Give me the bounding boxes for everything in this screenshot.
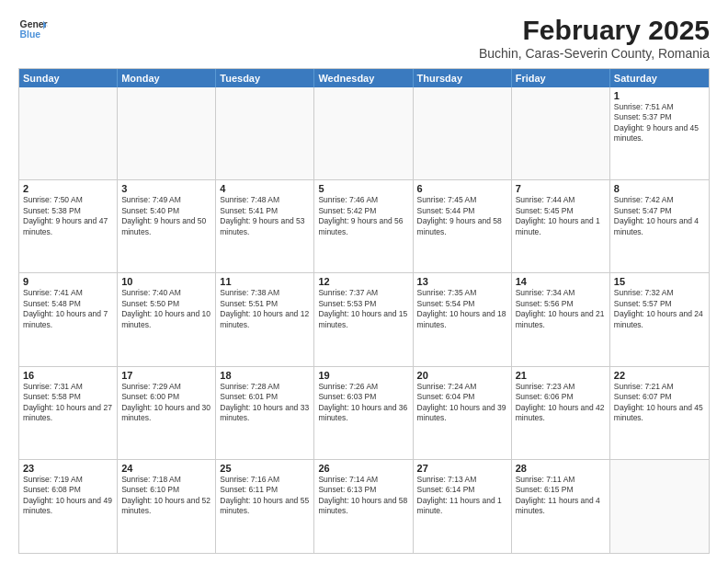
- day-number: 18: [220, 370, 310, 381]
- calendar-cell: 19Sunrise: 7:26 AM Sunset: 6:03 PM Dayli…: [314, 367, 413, 459]
- calendar-cell: 28Sunrise: 7:11 AM Sunset: 6:15 PM Dayli…: [512, 460, 610, 553]
- calendar-cell: 21Sunrise: 7:23 AM Sunset: 6:06 PM Dayli…: [512, 367, 610, 459]
- title-block: February 2025 Buchin, Caras-Severin Coun…: [479, 15, 710, 61]
- day-number: 23: [23, 463, 113, 474]
- cell-info: Sunrise: 7:44 AM Sunset: 5:45 PM Dayligh…: [516, 195, 606, 237]
- day-number: 20: [417, 370, 507, 381]
- day-number: 17: [121, 370, 211, 381]
- calendar-cell: 26Sunrise: 7:14 AM Sunset: 6:13 PM Dayli…: [314, 460, 413, 553]
- day-number: 21: [516, 370, 606, 381]
- day-number: 22: [614, 370, 705, 381]
- day-number: 1: [614, 90, 705, 101]
- calendar-cell: [414, 87, 512, 179]
- logo-icon: General Blue: [18, 15, 48, 44]
- cell-info: Sunrise: 7:11 AM Sunset: 6:15 PM Dayligh…: [516, 475, 606, 517]
- calendar-row-4: 23Sunrise: 7:19 AM Sunset: 6:08 PM Dayli…: [19, 460, 709, 553]
- calendar-cell: 22Sunrise: 7:21 AM Sunset: 6:07 PM Dayli…: [610, 367, 709, 459]
- month-year: February 2025: [479, 15, 710, 46]
- calendar-cell: 25Sunrise: 7:16 AM Sunset: 6:11 PM Dayli…: [216, 460, 314, 553]
- logo: General Blue: [18, 15, 48, 44]
- calendar-cell: 16Sunrise: 7:31 AM Sunset: 5:58 PM Dayli…: [19, 367, 118, 459]
- day-number: 26: [318, 463, 408, 474]
- cell-info: Sunrise: 7:50 AM Sunset: 5:38 PM Dayligh…: [23, 195, 113, 237]
- day-number: 14: [516, 276, 606, 287]
- svg-text:Blue: Blue: [20, 29, 41, 40]
- day-number: 3: [121, 183, 211, 194]
- cell-info: Sunrise: 7:41 AM Sunset: 5:48 PM Dayligh…: [23, 288, 113, 330]
- calendar-cell: 23Sunrise: 7:19 AM Sunset: 6:08 PM Dayli…: [19, 460, 118, 553]
- cell-info: Sunrise: 7:23 AM Sunset: 6:06 PM Dayligh…: [516, 382, 606, 424]
- cell-info: Sunrise: 7:48 AM Sunset: 5:41 PM Dayligh…: [220, 195, 310, 237]
- weekday-header-tuesday: Tuesday: [216, 69, 314, 87]
- calendar-cell: 8Sunrise: 7:42 AM Sunset: 5:47 PM Daylig…: [610, 180, 709, 272]
- calendar-cell: 18Sunrise: 7:28 AM Sunset: 6:01 PM Dayli…: [216, 367, 314, 459]
- cell-info: Sunrise: 7:32 AM Sunset: 5:57 PM Dayligh…: [614, 288, 705, 330]
- calendar-cell: [216, 87, 314, 179]
- day-number: 15: [614, 276, 705, 287]
- calendar-cell: 20Sunrise: 7:24 AM Sunset: 6:04 PM Dayli…: [414, 367, 512, 459]
- cell-info: Sunrise: 7:49 AM Sunset: 5:40 PM Dayligh…: [121, 195, 211, 237]
- cell-info: Sunrise: 7:21 AM Sunset: 6:07 PM Dayligh…: [614, 382, 705, 424]
- day-number: 13: [417, 276, 507, 287]
- calendar-cell: [314, 87, 413, 179]
- weekday-header-friday: Friday: [512, 69, 610, 87]
- cell-info: Sunrise: 7:14 AM Sunset: 6:13 PM Dayligh…: [318, 475, 408, 517]
- calendar-row-2: 9Sunrise: 7:41 AM Sunset: 5:48 PM Daylig…: [19, 273, 709, 366]
- day-number: 12: [318, 276, 408, 287]
- calendar-cell: 12Sunrise: 7:37 AM Sunset: 5:53 PM Dayli…: [314, 273, 413, 365]
- header: General Blue February 2025 Buchin, Caras…: [18, 15, 710, 61]
- calendar-cell: 13Sunrise: 7:35 AM Sunset: 5:54 PM Dayli…: [414, 273, 512, 365]
- weekday-header-saturday: Saturday: [610, 69, 709, 87]
- cell-info: Sunrise: 7:18 AM Sunset: 6:10 PM Dayligh…: [121, 475, 211, 517]
- day-number: 27: [417, 463, 507, 474]
- day-number: 25: [220, 463, 310, 474]
- cell-info: Sunrise: 7:29 AM Sunset: 6:00 PM Dayligh…: [121, 382, 211, 424]
- day-number: 28: [516, 463, 606, 474]
- day-number: 8: [614, 183, 705, 194]
- calendar-cell: 6Sunrise: 7:45 AM Sunset: 5:44 PM Daylig…: [414, 180, 512, 272]
- calendar-row-0: 1Sunrise: 7:51 AM Sunset: 5:37 PM Daylig…: [19, 87, 709, 180]
- cell-info: Sunrise: 7:45 AM Sunset: 5:44 PM Dayligh…: [417, 195, 507, 237]
- cell-info: Sunrise: 7:28 AM Sunset: 6:01 PM Dayligh…: [220, 382, 310, 424]
- calendar-cell: 1Sunrise: 7:51 AM Sunset: 5:37 PM Daylig…: [610, 87, 709, 179]
- weekday-header-sunday: Sunday: [19, 69, 118, 87]
- cell-info: Sunrise: 7:38 AM Sunset: 5:51 PM Dayligh…: [220, 288, 310, 330]
- calendar-cell: 2Sunrise: 7:50 AM Sunset: 5:38 PM Daylig…: [19, 180, 118, 272]
- calendar-cell: 9Sunrise: 7:41 AM Sunset: 5:48 PM Daylig…: [19, 273, 118, 365]
- day-number: 6: [417, 183, 507, 194]
- day-number: 11: [220, 276, 310, 287]
- day-number: 4: [220, 183, 310, 194]
- calendar-header: SundayMondayTuesdayWednesdayThursdayFrid…: [19, 69, 709, 87]
- day-number: 9: [23, 276, 113, 287]
- location: Buchin, Caras-Severin County, Romania: [479, 46, 710, 61]
- calendar-cell: 4Sunrise: 7:48 AM Sunset: 5:41 PM Daylig…: [216, 180, 314, 272]
- calendar-cell: 5Sunrise: 7:46 AM Sunset: 5:42 PM Daylig…: [314, 180, 413, 272]
- calendar-cell: 17Sunrise: 7:29 AM Sunset: 6:00 PM Dayli…: [118, 367, 216, 459]
- calendar-row-3: 16Sunrise: 7:31 AM Sunset: 5:58 PM Dayli…: [19, 367, 709, 460]
- calendar-cell: 3Sunrise: 7:49 AM Sunset: 5:40 PM Daylig…: [118, 180, 216, 272]
- calendar-cell: 14Sunrise: 7:34 AM Sunset: 5:56 PM Dayli…: [512, 273, 610, 365]
- calendar: SundayMondayTuesdayWednesdayThursdayFrid…: [18, 68, 710, 554]
- cell-info: Sunrise: 7:42 AM Sunset: 5:47 PM Dayligh…: [614, 195, 705, 237]
- day-number: 10: [121, 276, 211, 287]
- page: General Blue February 2025 Buchin, Caras…: [0, 0, 728, 563]
- calendar-cell: 10Sunrise: 7:40 AM Sunset: 5:50 PM Dayli…: [118, 273, 216, 365]
- calendar-cell: 15Sunrise: 7:32 AM Sunset: 5:57 PM Dayli…: [610, 273, 709, 365]
- cell-info: Sunrise: 7:40 AM Sunset: 5:50 PM Dayligh…: [121, 288, 211, 330]
- cell-info: Sunrise: 7:34 AM Sunset: 5:56 PM Dayligh…: [516, 288, 606, 330]
- calendar-cell: 27Sunrise: 7:13 AM Sunset: 6:14 PM Dayli…: [414, 460, 512, 553]
- day-number: 16: [23, 370, 113, 381]
- day-number: 24: [121, 463, 211, 474]
- cell-info: Sunrise: 7:35 AM Sunset: 5:54 PM Dayligh…: [417, 288, 507, 330]
- day-number: 7: [516, 183, 606, 194]
- calendar-row-1: 2Sunrise: 7:50 AM Sunset: 5:38 PM Daylig…: [19, 180, 709, 273]
- cell-info: Sunrise: 7:19 AM Sunset: 6:08 PM Dayligh…: [23, 475, 113, 517]
- cell-info: Sunrise: 7:16 AM Sunset: 6:11 PM Dayligh…: [220, 475, 310, 517]
- calendar-body: 1Sunrise: 7:51 AM Sunset: 5:37 PM Daylig…: [19, 87, 709, 553]
- cell-info: Sunrise: 7:51 AM Sunset: 5:37 PM Dayligh…: [614, 102, 705, 144]
- day-number: 5: [318, 183, 408, 194]
- weekday-header-wednesday: Wednesday: [314, 69, 413, 87]
- weekday-header-thursday: Thursday: [414, 69, 512, 87]
- cell-info: Sunrise: 7:46 AM Sunset: 5:42 PM Dayligh…: [318, 195, 408, 237]
- weekday-header-monday: Monday: [118, 69, 216, 87]
